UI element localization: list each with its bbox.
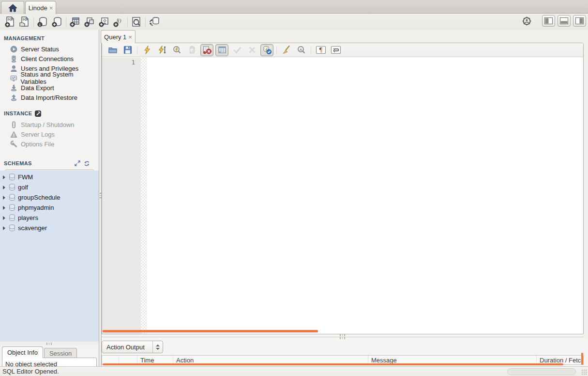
schema-row-groupschedule[interactable]: groupSchedule bbox=[0, 192, 99, 203]
limit-rows-icon bbox=[217, 45, 227, 55]
status-text: SQL Editor Opened. bbox=[2, 368, 59, 375]
schema-row-fwm[interactable]: FWM bbox=[0, 172, 99, 182]
editor-hscrollbar[interactable] bbox=[103, 330, 318, 332]
svg-text:¶: ¶ bbox=[319, 47, 323, 54]
expand-arrow-icon[interactable] bbox=[3, 226, 5, 230]
schema-name: phpmyadmin bbox=[18, 204, 54, 211]
line-number-gutter: 1 bbox=[102, 58, 141, 334]
create-function-icon: f() bbox=[113, 16, 124, 28]
output-selector[interactable]: Action Output bbox=[102, 341, 163, 353]
panel-toggle-group bbox=[522, 15, 586, 27]
query-tab[interactable]: Query 1 × bbox=[101, 30, 136, 43]
toggle-stop-on-error-button[interactable] bbox=[200, 44, 213, 56]
toolbar-separator bbox=[127, 17, 128, 27]
reconnect-dbms-button[interactable] bbox=[147, 15, 162, 29]
svg-text:SQL: SQL bbox=[23, 18, 29, 21]
toggle-invisibles-button[interactable]: ¶ bbox=[314, 44, 327, 56]
create-table-button[interactable] bbox=[68, 15, 82, 29]
sidebar-item-options-file[interactable]: Options File bbox=[0, 139, 99, 149]
rollback-button[interactable] bbox=[245, 44, 258, 56]
invisible-characters-icon: ¶ bbox=[316, 45, 326, 55]
tab-session[interactable]: Session bbox=[44, 348, 77, 358]
sidebar-item-label: Startup / Shutdown bbox=[21, 121, 75, 128]
execute-button[interactable] bbox=[140, 44, 153, 56]
autocommit-icon bbox=[262, 45, 272, 55]
create-schema-button[interactable] bbox=[50, 15, 64, 29]
output-selector-label: Action Output bbox=[102, 344, 152, 351]
expand-arrow-icon[interactable] bbox=[3, 175, 5, 179]
toggle-right-panel-icon bbox=[575, 17, 584, 24]
toggle-right-panel-button[interactable] bbox=[573, 15, 586, 27]
instance-header-label: INSTANCE bbox=[4, 110, 32, 116]
spinner-arrows-icon[interactable] bbox=[152, 341, 163, 353]
search-data-button[interactable] bbox=[129, 15, 144, 29]
management-header-label: MANAGEMENT bbox=[4, 35, 45, 41]
save-script-button[interactable] bbox=[121, 44, 134, 56]
output-vscrollbar[interactable] bbox=[581, 353, 583, 365]
expand-arrow-icon[interactable] bbox=[3, 196, 5, 200]
toggle-bottom-panel-icon bbox=[560, 17, 568, 24]
execute-current-statement-icon bbox=[157, 45, 167, 55]
resize-grip-icon[interactable] bbox=[581, 369, 587, 375]
commit-button[interactable] bbox=[230, 44, 243, 56]
fold-margin bbox=[141, 58, 147, 334]
close-tab-icon[interactable]: × bbox=[49, 5, 53, 11]
find-button[interactable]: A bbox=[295, 44, 308, 56]
sidebar-item-server-status[interactable]: Server Status bbox=[0, 44, 99, 54]
data-export-icon bbox=[10, 84, 17, 92]
expand-schemas-icon[interactable] bbox=[75, 160, 80, 166]
beautify-broom-icon bbox=[282, 45, 291, 55]
sidebar-item-status-variables[interactable]: Status and System Variables bbox=[0, 73, 99, 83]
output-hscrollbar[interactable] bbox=[103, 363, 563, 365]
stop-button[interactable] bbox=[185, 44, 198, 56]
create-function-button[interactable]: f() bbox=[111, 15, 126, 29]
tab-object-info[interactable]: Object Info bbox=[2, 346, 43, 358]
sql-editor-text[interactable] bbox=[147, 58, 583, 334]
svg-text:A: A bbox=[300, 47, 302, 52]
beautify-button[interactable] bbox=[280, 44, 293, 56]
execute-current-statement-button[interactable] bbox=[155, 44, 168, 56]
explain-button[interactable] bbox=[170, 44, 183, 56]
toggle-bottom-panel-button[interactable] bbox=[558, 15, 571, 27]
limit-rows-button[interactable] bbox=[215, 44, 228, 56]
new-sql-tab-button[interactable]: SQL bbox=[3, 15, 17, 29]
connection-info-button[interactable]: i bbox=[35, 15, 50, 29]
expand-arrow-icon[interactable] bbox=[3, 216, 5, 220]
toggle-left-panel-icon bbox=[544, 17, 553, 24]
schema-db-icon bbox=[9, 204, 15, 211]
open-script-button[interactable] bbox=[106, 44, 119, 56]
schema-row-scavenger[interactable]: scavenger bbox=[0, 223, 99, 233]
schema-row-phpmyadmin[interactable]: phpmyadmin bbox=[0, 203, 99, 213]
schema-db-icon bbox=[9, 184, 15, 191]
window-tab-strip: Linode × bbox=[0, 0, 588, 14]
expand-arrow-icon[interactable] bbox=[3, 186, 5, 189]
sidebar-item-server-logs[interactable]: Server Logs bbox=[0, 129, 99, 139]
sidebar-item-startup-shutdown[interactable]: Startup / Shutdown bbox=[0, 120, 99, 129]
refresh-schemas-icon[interactable] bbox=[84, 160, 90, 167]
schema-name: FWM bbox=[18, 173, 33, 181]
open-sql-script-button[interactable]: SQL bbox=[17, 15, 32, 29]
client-connections-icon bbox=[10, 55, 17, 63]
create-procedure-button[interactable] bbox=[97, 15, 111, 29]
schema-row-golf[interactable]: golf bbox=[0, 182, 99, 192]
schema-db-icon bbox=[9, 173, 15, 181]
close-query-tab-icon[interactable]: × bbox=[128, 34, 132, 40]
admin-gear-icon[interactable] bbox=[522, 16, 532, 26]
create-schema-icon bbox=[51, 16, 63, 28]
schema-row-players[interactable]: players bbox=[0, 213, 99, 223]
sidebar-item-client-connections[interactable]: Client Connections bbox=[0, 54, 99, 63]
expand-arrow-icon[interactable] bbox=[3, 206, 5, 210]
sidebar: MANAGEMENT Server Status Client Connecti… bbox=[0, 30, 99, 366]
output-splitter[interactable] bbox=[102, 334, 584, 339]
reconnect-dbms-icon bbox=[149, 16, 160, 28]
toggle-autocommit-button[interactable] bbox=[260, 44, 273, 56]
schema-db-icon bbox=[9, 214, 15, 221]
create-view-button[interactable] bbox=[82, 15, 97, 29]
home-tab[interactable] bbox=[1, 1, 24, 14]
sidebar-horizontal-splitter[interactable] bbox=[0, 342, 99, 345]
toggle-left-panel-button[interactable] bbox=[542, 15, 555, 27]
sidebar-item-data-import[interactable]: Data Import/Restore bbox=[0, 93, 99, 102]
schema-name: groupSchedule bbox=[18, 194, 60, 201]
toggle-word-wrap-button[interactable] bbox=[329, 44, 342, 56]
connection-tab-linode[interactable]: Linode × bbox=[25, 1, 56, 14]
